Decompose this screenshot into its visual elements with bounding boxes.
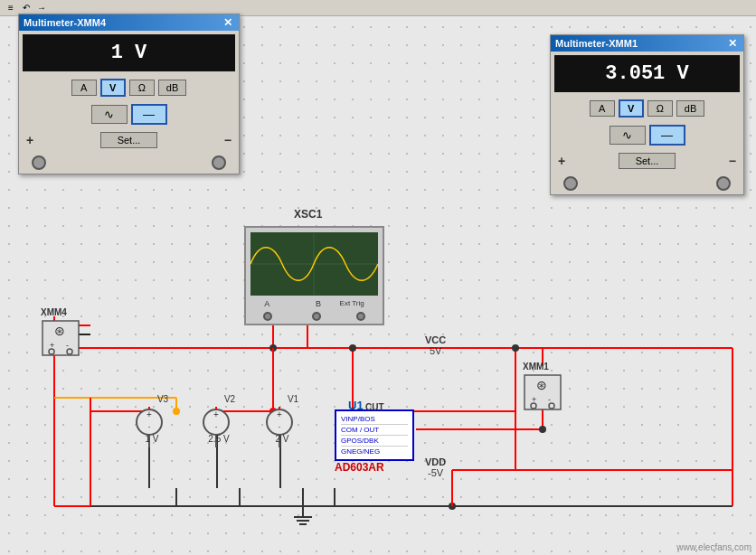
osc-screen [250, 232, 378, 296]
xmm1-close-button[interactable]: ✕ [726, 37, 739, 50]
xmm4-wave-ac[interactable]: ∿ [91, 105, 128, 124]
xmm1-wave-dc[interactable]: — [649, 125, 685, 146]
menu-icon[interactable]: ≡ [5, 2, 17, 14]
xmm1-display: 3.051 V [554, 55, 740, 92]
u1-ic[interactable]: VINP/BOS COM / OUT GPOS/DBK GNEG/NEG [335, 409, 414, 461]
v3-value: 1 V [129, 434, 175, 444]
xmm4-instrument[interactable]: XMM4 ⊛ + - [41, 307, 81, 362]
osc-b-label: B [316, 299, 321, 308]
osc-controls [246, 310, 383, 323]
xmm4-wave-buttons: ∿ — [19, 100, 239, 128]
osc-dot-a [263, 312, 272, 321]
xmm4-btn-a[interactable]: A [71, 80, 97, 96]
xmm4-set-row: + Set... − [19, 128, 239, 154]
redo-icon[interactable]: → [35, 2, 48, 14]
xmm4-btn-ohm[interactable]: Ω [129, 80, 155, 96]
xmm1-btn-a[interactable]: A [590, 100, 615, 117]
svg-text:+: + [277, 409, 282, 419]
svg-text:-: - [548, 395, 551, 404]
xmm1-titlebar[interactable]: Multimeter-XMM1 ✕ [551, 35, 743, 52]
cut-label: CUT [365, 402, 384, 412]
osc-dot-b [312, 312, 321, 321]
xmm1-mode-buttons: A V Ω dB [551, 96, 743, 121]
xmm1-terminal-minus [716, 176, 731, 191]
svg-text:-: - [215, 422, 218, 430]
svg-text:+: + [213, 409, 219, 419]
xmm4-minus: − [224, 133, 232, 147]
v1-label: V1 [275, 394, 311, 404]
xmm1-plus: + [558, 154, 565, 168]
oscilloscope[interactable]: A B Ext Trig [244, 226, 384, 325]
vdd-label: VDD -5V [425, 456, 446, 478]
v3-label: V3 [145, 394, 181, 404]
ic-name: AD603AR [335, 461, 384, 474]
watermark: www.elecfans.com [676, 542, 751, 552]
xmm1-wave-buttons: ∿ — [551, 121, 743, 149]
svg-text:⊛: ⊛ [536, 378, 547, 392]
xmm1-btn-db[interactable]: dB [676, 100, 704, 117]
undo-icon[interactable]: ↶ [20, 2, 33, 14]
xmm1-wave-ac[interactable]: ∿ [610, 126, 646, 145]
xmm1-btn-v[interactable]: V [619, 99, 644, 118]
xmm4-btn-db[interactable]: dB [158, 80, 186, 96]
osc-ext-label: Ext Trig [340, 299, 364, 308]
v2-label: V2 [212, 394, 248, 404]
xmm4-plus: + [26, 133, 33, 147]
xmm1-set-row: + Set... − [551, 149, 743, 174]
svg-text:-: - [279, 422, 281, 430]
xmm4-set-button[interactable]: Set... [100, 132, 158, 148]
xmm4-terminals [19, 154, 239, 174]
xmm4-btn-v[interactable]: V [100, 79, 126, 97]
vcc-label: VCC 5V [425, 334, 446, 356]
multimeter-xmm4: Multimeter-XMM4 ✕ 1 V A V Ω dB ∿ — + Set… [18, 14, 240, 174]
v3-source[interactable]: V3 + - 1 V [134, 407, 165, 450]
v2-value: 2.5 V [196, 434, 241, 444]
svg-text:⊛: ⊛ [54, 324, 65, 338]
xmm4-titlebar[interactable]: Multimeter-XMM4 ✕ [19, 14, 239, 31]
xmm4-close-button[interactable]: ✕ [222, 16, 234, 29]
xmm1-terminal-plus [563, 176, 578, 191]
v1-value: 2 V [260, 434, 305, 444]
xsc1-label: XSC1 [294, 208, 322, 221]
xmm4-terminal-minus [212, 155, 226, 170]
multimeter-xmm1: Multimeter-XMM1 ✕ 3.051 V A V Ω dB ∿ — +… [550, 34, 744, 195]
v2-source[interactable]: V2 + - 2.5 V [201, 407, 232, 450]
svg-text:-: - [148, 422, 151, 430]
xmm1-instrument-label: XMM1 [523, 362, 563, 372]
xmm1-btn-ohm[interactable]: Ω [647, 100, 673, 117]
xmm4-mode-buttons: A V Ω dB [19, 75, 239, 100]
xmm4-wave-dc[interactable]: — [131, 104, 167, 125]
xmm4-terminal-plus [32, 155, 46, 170]
xmm1-title: Multimeter-XMM1 [555, 38, 638, 49]
svg-text:-: - [66, 341, 69, 350]
xmm1-symbol: ⊛ + - [523, 373, 563, 414]
xmm1-instrument[interactable]: XMM1 ⊛ + - [523, 362, 563, 417]
v1-source[interactable]: V1 + - 2 V [264, 407, 296, 450]
xmm4-symbol: ⊛ + - [41, 319, 81, 360]
xmm1-set-button[interactable]: Set... [619, 153, 676, 169]
xmm1-minus: − [729, 154, 736, 168]
svg-text:+: + [146, 409, 152, 419]
u1-label: U1 [348, 399, 364, 412]
ic-pin4: GNEG/NEG [341, 447, 408, 456]
xmm4-display: 1 V [23, 34, 235, 71]
osc-a-label: A [264, 299, 269, 308]
ic-pin1: VINP/BOS [341, 414, 408, 425]
osc-dot-ext [356, 312, 365, 321]
xmm4-instrument-label: XMM4 [41, 307, 81, 317]
xmm4-title: Multimeter-XMM4 [24, 17, 106, 28]
xmm1-terminals [551, 174, 743, 194]
ic-pin2: COM / OUT [341, 425, 408, 436]
ic-pin3: GPOS/DBK [341, 436, 408, 447]
